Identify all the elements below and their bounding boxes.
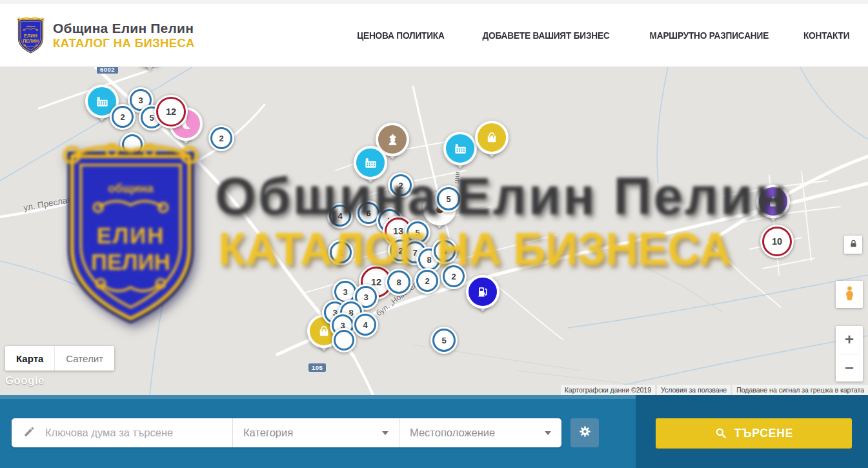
cluster-count: 5 bbox=[149, 113, 154, 123]
cluster-count: 3 bbox=[138, 96, 143, 105]
bag-icon bbox=[475, 121, 509, 154]
search-button-label: ТЪРСЕНЕ bbox=[734, 427, 793, 440]
location-dropdown-label: Местоположение bbox=[410, 427, 495, 439]
chevron-down-icon bbox=[382, 431, 389, 435]
factory-icon bbox=[443, 132, 477, 165]
cluster-count: 4 bbox=[363, 320, 367, 330]
cluster-marker[interactable]: 2 bbox=[208, 125, 234, 151]
road-shield-label: 6002 bbox=[97, 67, 118, 74]
attribution-terms-link[interactable]: Условия за ползване bbox=[657, 385, 731, 395]
map-type-satellite-button[interactable]: Сателит bbox=[54, 346, 114, 371]
search-icon bbox=[714, 427, 727, 440]
road-shield-label: 105 bbox=[308, 363, 326, 372]
nav-item-add-business[interactable]: ДОБАВЕТЕ ВАШИЯТ БИЗНЕС bbox=[482, 30, 609, 41]
search-bar: Категория Местоположение ТЪРСЕНЕ bbox=[0, 395, 868, 468]
category-dropdown-label: Категория bbox=[243, 427, 293, 439]
cluster-marker[interactable] bbox=[332, 328, 356, 352]
google-logo[interactable]: Google bbox=[5, 374, 45, 387]
category-pin-bag[interactable] bbox=[475, 121, 509, 154]
cluster-count: 2 bbox=[120, 112, 125, 122]
svg-text:община: община bbox=[26, 25, 35, 28]
cluster-count: 2 bbox=[219, 134, 223, 143]
cluster-count: 2 bbox=[425, 276, 429, 286]
cluster-count: 12 bbox=[166, 107, 176, 117]
location-dropdown[interactable]: Местоположение bbox=[399, 418, 561, 447]
cluster-marker[interactable]: 10 bbox=[760, 225, 794, 258]
attribution-report-error-link[interactable]: Подаване на сигнал за грешка в картата bbox=[732, 385, 868, 395]
brand[interactable]: община ЕЛИН ПЕЛИН Община Елин Пелин КАТА… bbox=[15, 16, 195, 54]
chevron-down-icon bbox=[545, 431, 551, 435]
search-settings-button[interactable] bbox=[570, 418, 599, 447]
municipality-crest-logo: община ЕЛИН ПЕЛИН bbox=[15, 16, 46, 54]
cluster-ring bbox=[334, 330, 354, 351]
map-type-map-button[interactable]: Карта bbox=[5, 346, 54, 371]
fuel-icon bbox=[466, 275, 500, 309]
page: община ЕЛИН ПЕЛИН Община Елин Пелин КАТА… bbox=[0, 0, 868, 468]
brand-subtitle: КАТАЛОГ НА БИЗНЕСА bbox=[53, 36, 195, 50]
cluster-count: 5 bbox=[441, 336, 446, 345]
svg-text:ЕЛИН: ЕЛИН bbox=[97, 223, 165, 248]
pencil-icon bbox=[23, 425, 35, 440]
gear-icon bbox=[578, 425, 592, 441]
svg-text:ПЕЛИН: ПЕЛИН bbox=[23, 39, 39, 43]
pin-tail bbox=[143, 67, 157, 70]
brand-text: Община Елин Пелин КАТАЛОГ НА БИЗНЕСА bbox=[53, 21, 195, 50]
nav-item-pricing[interactable]: ЦЕНОВА ПОЛИТИКА bbox=[357, 30, 444, 41]
watermark-title: Община Елин Пелин bbox=[215, 166, 789, 227]
category-pin-fuel[interactable] bbox=[466, 275, 500, 309]
google-map[interactable]: 3251222546713522784128223338345106002105… bbox=[0, 67, 868, 395]
category-pin-factory[interactable] bbox=[443, 132, 477, 165]
zoom-control: + − bbox=[836, 326, 863, 382]
lock-button[interactable] bbox=[844, 236, 862, 254]
keyword-section bbox=[12, 418, 232, 447]
cluster-marker[interactable]: 12 bbox=[154, 95, 188, 128]
search-input-group: Категория Местоположение bbox=[12, 418, 561, 447]
cluster-marker[interactable]: 2 bbox=[110, 104, 136, 130]
cluster-count: 3 bbox=[343, 287, 347, 297]
nav-item-route-schedule[interactable]: МАРШРУТНО РАЗПИСАНИЕ bbox=[650, 30, 769, 41]
watermark-subtitle: КАТАЛОГ НА БИЗНЕСА bbox=[218, 223, 731, 275]
cluster-marker[interactable]: 5 bbox=[430, 327, 458, 354]
lock-icon bbox=[849, 239, 858, 251]
header: община ЕЛИН ПЕЛИН Община Елин Пелин КАТА… bbox=[0, 4, 868, 67]
cluster-count: 10 bbox=[772, 236, 782, 247]
svg-text:ПЕЛИН: ПЕЛИН bbox=[91, 249, 170, 274]
street-view-pegman-button[interactable] bbox=[836, 281, 863, 308]
keyword-search-input[interactable] bbox=[44, 426, 232, 440]
cluster-marker[interactable]: 4 bbox=[352, 312, 378, 338]
nav-item-contacts[interactable]: КОНТАКТИ bbox=[803, 30, 850, 41]
search-button[interactable]: ТЪРСЕНЕ bbox=[656, 418, 852, 448]
cluster-count: 3 bbox=[363, 292, 368, 302]
cluster-count: 8 bbox=[396, 278, 401, 287]
map-attribution: Картографски данни ©2019 Условия за полз… bbox=[559, 384, 868, 395]
brand-title: Община Елин Пелин bbox=[53, 21, 195, 36]
svg-text:община: община bbox=[108, 181, 154, 195]
zoom-in-button[interactable]: + bbox=[836, 326, 863, 354]
category-dropdown[interactable]: Категория bbox=[233, 418, 399, 447]
zoom-out-button[interactable]: − bbox=[836, 354, 863, 382]
map-type-control: Карта Сателит bbox=[5, 346, 114, 371]
svg-text:ЕЛИН: ЕЛИН bbox=[24, 34, 37, 38]
pegman-icon bbox=[841, 285, 858, 305]
attribution-copyright: Картографски данни ©2019 bbox=[561, 385, 655, 395]
watermark-crest: община ЕЛИН ПЕЛИН bbox=[55, 139, 207, 329]
main-nav: ЦЕНОВА ПОЛИТИКА ДОБАВЕТЕ ВАШИЯТ БИЗНЕС М… bbox=[351, 30, 853, 41]
